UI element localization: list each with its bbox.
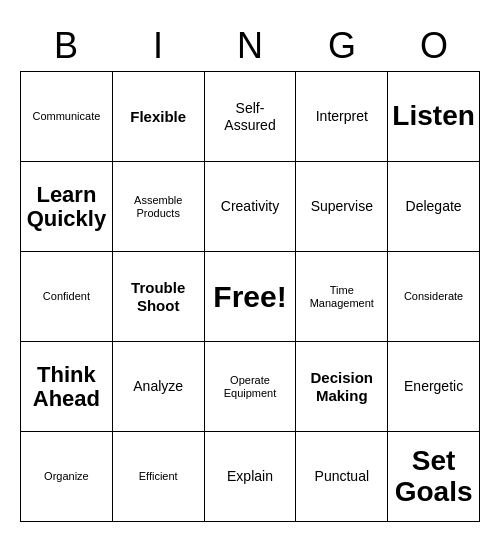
table-cell: LearnQuickly (21, 162, 113, 252)
header-letter: O (388, 22, 480, 70)
table-cell: Energetic (388, 342, 480, 432)
table-cell: Efficient (112, 432, 204, 522)
table-cell: Communicate (21, 72, 113, 162)
table-cell: OperateEquipment (204, 342, 296, 432)
bingo-header: BINGO (20, 22, 480, 70)
table-cell: Analyze (112, 342, 204, 432)
table-row: ThinkAheadAnalyzeOperateEquipmentDecisio… (21, 342, 480, 432)
table-cell: Organize (21, 432, 113, 522)
table-cell: Explain (204, 432, 296, 522)
table-cell: Confident (21, 252, 113, 342)
table-cell: ThinkAhead (21, 342, 113, 432)
table-cell: SetGoals (388, 432, 480, 522)
header-letter: B (20, 22, 112, 70)
table-cell: DecisionMaking (296, 342, 388, 432)
table-cell: Interpret (296, 72, 388, 162)
table-row: OrganizeEfficientExplainPunctualSetGoals (21, 432, 480, 522)
table-row: LearnQuicklyAssembleProductsCreativitySu… (21, 162, 480, 252)
table-cell: Considerate (388, 252, 480, 342)
table-cell: Flexible (112, 72, 204, 162)
header-letter: I (112, 22, 204, 70)
table-cell: TroubleShoot (112, 252, 204, 342)
table-cell: Punctual (296, 432, 388, 522)
header-letter: G (296, 22, 388, 70)
bingo-card: BINGO CommunicateFlexibleSelf-AssuredInt… (20, 22, 480, 523)
table-cell: Free! (204, 252, 296, 342)
table-cell: Listen (388, 72, 480, 162)
table-cell: Delegate (388, 162, 480, 252)
table-cell: Self-Assured (204, 72, 296, 162)
header-letter: N (204, 22, 296, 70)
table-row: ConfidentTroubleShootFree!TimeManagement… (21, 252, 480, 342)
table-cell: TimeManagement (296, 252, 388, 342)
table-cell: Supervise (296, 162, 388, 252)
table-cell: Creativity (204, 162, 296, 252)
table-row: CommunicateFlexibleSelf-AssuredInterpret… (21, 72, 480, 162)
table-cell: AssembleProducts (112, 162, 204, 252)
bingo-grid: CommunicateFlexibleSelf-AssuredInterpret… (20, 71, 480, 522)
